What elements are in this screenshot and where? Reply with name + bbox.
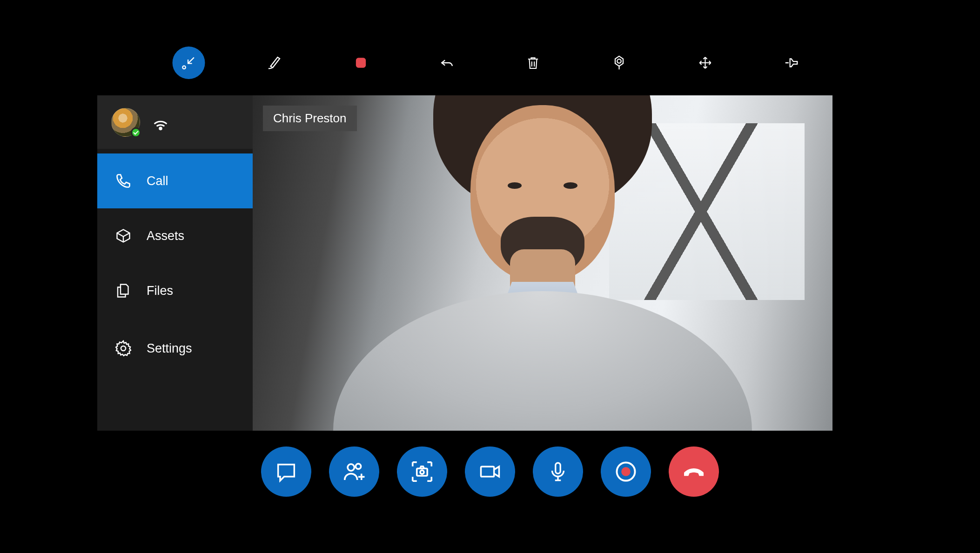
chat-button[interactable]	[261, 446, 311, 497]
location-pin-button[interactable]	[603, 47, 636, 79]
capture-icon	[409, 459, 435, 484]
svg-rect-19	[481, 466, 494, 477]
files-icon	[113, 282, 134, 299]
undo-icon	[439, 55, 455, 71]
microphone-button[interactable]	[533, 446, 583, 497]
sidebar: Call Assets	[97, 95, 253, 431]
remote-video: Chris Preston	[253, 95, 832, 431]
sidebar-item-label: Files	[147, 284, 173, 298]
hangup-icon	[681, 459, 707, 485]
move-icon	[698, 55, 713, 70]
sidebar-item-label: Call	[147, 174, 168, 188]
undo-button[interactable]	[431, 47, 463, 79]
app-window: Call Assets	[97, 95, 832, 431]
gear-icon	[113, 340, 134, 357]
presence-available-icon	[131, 127, 141, 138]
svg-point-24	[621, 467, 631, 476]
microphone-icon	[546, 460, 570, 483]
svg-point-14	[356, 464, 361, 469]
user-avatar[interactable]	[111, 108, 140, 137]
caller-name-chip: Chris Preston	[263, 106, 357, 131]
caller-name: Chris Preston	[273, 111, 347, 125]
hangup-button[interactable]	[669, 446, 719, 497]
ink-icon	[267, 54, 283, 71]
delete-button[interactable]	[517, 47, 550, 79]
video-icon	[478, 460, 502, 484]
stop-record-button[interactable]	[345, 47, 377, 79]
svg-point-1	[182, 66, 186, 69]
remote-participant-video	[361, 96, 724, 431]
box-icon	[113, 227, 134, 244]
location-pin-icon	[611, 55, 627, 71]
sidebar-item-files[interactable]: Files	[97, 263, 253, 318]
svg-point-13	[348, 464, 354, 471]
move-button[interactable]	[689, 47, 722, 79]
annotation-toolbar	[173, 47, 808, 79]
add-participant-icon	[342, 459, 367, 484]
pin-button[interactable]	[775, 47, 808, 79]
svg-rect-2	[356, 58, 366, 67]
delete-icon	[526, 55, 541, 70]
connection-icon	[151, 113, 170, 132]
sidebar-item-assets[interactable]: Assets	[97, 208, 253, 263]
sidebar-item-call[interactable]: Call	[97, 153, 253, 208]
svg-rect-20	[556, 463, 560, 473]
sidebar-item-label: Settings	[147, 341, 192, 356]
pin-icon	[784, 55, 799, 71]
svg-line-0	[188, 58, 194, 64]
sidebar-header	[97, 95, 253, 149]
record-button[interactable]	[601, 446, 651, 497]
svg-point-10	[160, 127, 162, 130]
add-participant-button[interactable]	[329, 446, 379, 497]
capture-button[interactable]	[397, 446, 447, 497]
call-controls	[261, 446, 719, 497]
collapse-button[interactable]	[173, 47, 205, 79]
ink-button[interactable]	[259, 47, 291, 79]
svg-point-5	[617, 59, 621, 63]
sidebar-nav: Call Assets	[97, 149, 253, 379]
sidebar-item-settings[interactable]: Settings	[97, 318, 253, 379]
svg-point-12	[121, 346, 126, 351]
svg-point-18	[420, 470, 424, 474]
phone-icon	[113, 173, 134, 189]
record-icon	[614, 460, 638, 484]
video-button[interactable]	[465, 446, 515, 497]
sidebar-item-label: Assets	[147, 229, 184, 243]
chat-icon	[274, 460, 298, 484]
stop-record-icon	[354, 55, 369, 70]
collapse-icon	[181, 55, 197, 71]
